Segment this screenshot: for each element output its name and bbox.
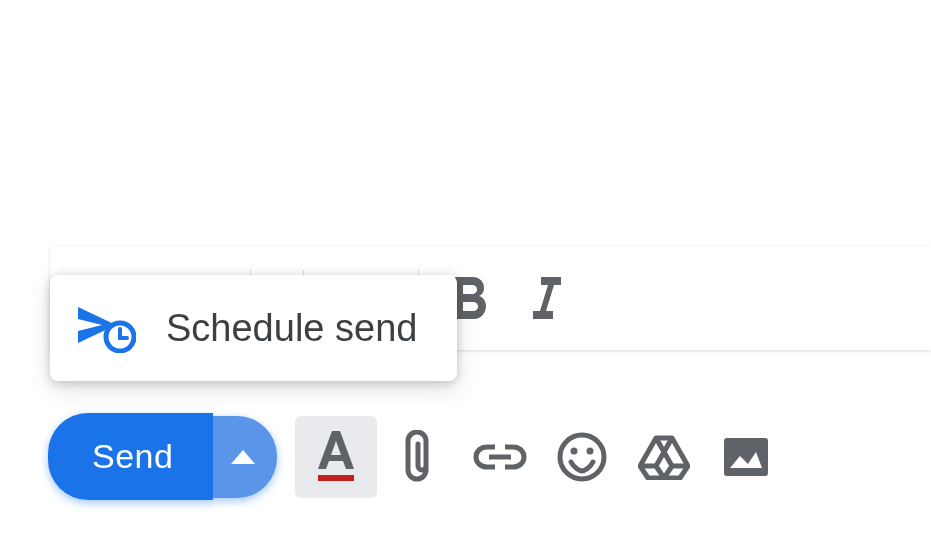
italic-icon xyxy=(531,277,561,319)
insert-drive-button[interactable] xyxy=(623,416,705,498)
send-more-options-button[interactable] xyxy=(213,416,277,498)
link-icon xyxy=(473,443,527,471)
send-button[interactable]: Send xyxy=(48,413,213,500)
italic-button[interactable] xyxy=(515,277,577,319)
bold-icon xyxy=(453,277,487,319)
schedule-send-label: Schedule send xyxy=(166,307,417,350)
svg-point-5 xyxy=(587,447,594,454)
caret-up-icon xyxy=(231,450,255,464)
emoji-icon xyxy=(557,432,607,482)
formatting-options-button[interactable] xyxy=(295,416,377,498)
insert-link-button[interactable] xyxy=(459,416,541,498)
image-icon xyxy=(722,436,770,478)
text-format-icon xyxy=(314,431,358,483)
schedule-send-menu-item[interactable]: Schedule send xyxy=(50,275,457,381)
compose-toolbar: Send xyxy=(48,413,787,500)
svg-point-4 xyxy=(571,447,578,454)
svg-rect-6 xyxy=(724,438,768,476)
schedule-send-icon xyxy=(78,303,136,353)
insert-photo-button[interactable] xyxy=(705,416,787,498)
svg-rect-2 xyxy=(318,475,354,481)
attachment-icon xyxy=(403,430,433,484)
attach-file-button[interactable] xyxy=(377,416,459,498)
insert-emoji-button[interactable] xyxy=(541,416,623,498)
drive-icon xyxy=(638,434,690,480)
